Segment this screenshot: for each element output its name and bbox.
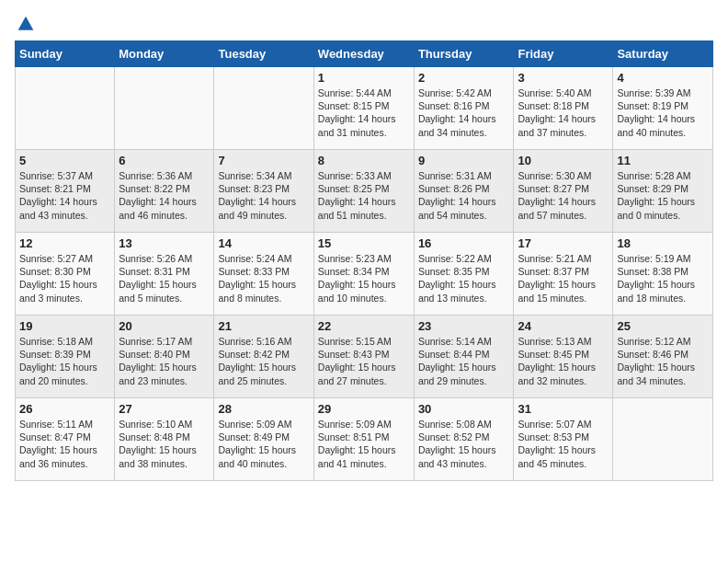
day-number: 8: [318, 154, 410, 167]
day-info: Sunrise: 5:21 AM Sunset: 8:37 PM Dayligh…: [518, 252, 609, 304]
calendar-cell: 13Sunrise: 5:26 AM Sunset: 8:31 PM Dayli…: [115, 233, 214, 316]
day-info: Sunrise: 5:13 AM Sunset: 8:45 PM Dayligh…: [518, 335, 609, 387]
calendar-cell: 9Sunrise: 5:31 AM Sunset: 8:26 PM Daylig…: [414, 150, 514, 233]
day-info: Sunrise: 5:22 AM Sunset: 8:35 PM Dayligh…: [418, 252, 510, 304]
day-number: 20: [119, 319, 210, 333]
day-info: Sunrise: 5:12 AM Sunset: 8:46 PM Dayligh…: [617, 335, 709, 387]
day-info: Sunrise: 5:17 AM Sunset: 8:40 PM Dayligh…: [119, 335, 210, 387]
calendar-cell: 6Sunrise: 5:36 AM Sunset: 8:22 PM Daylig…: [115, 150, 214, 233]
day-info: Sunrise: 5:07 AM Sunset: 8:53 PM Dayligh…: [518, 418, 609, 470]
calendar-cell: [115, 67, 214, 150]
calendar-cell: 25Sunrise: 5:12 AM Sunset: 8:46 PM Dayli…: [613, 316, 713, 398]
calendar: SundayMondayTuesdayWednesdayThursdayFrid…: [15, 40, 713, 481]
day-info: Sunrise: 5:33 AM Sunset: 8:25 PM Dayligh…: [318, 169, 410, 222]
day-info: Sunrise: 5:36 AM Sunset: 8:22 PM Dayligh…: [119, 169, 210, 222]
day-info: Sunrise: 5:09 AM Sunset: 8:49 PM Dayligh…: [218, 418, 309, 470]
calendar-cell: 11Sunrise: 5:28 AM Sunset: 8:29 PM Dayli…: [613, 150, 713, 233]
day-info: Sunrise: 5:42 AM Sunset: 8:16 PM Dayligh…: [418, 86, 510, 139]
day-info: Sunrise: 5:40 AM Sunset: 8:18 PM Dayligh…: [518, 86, 609, 139]
day-number: 24: [518, 319, 609, 333]
day-info: Sunrise: 5:23 AM Sunset: 8:34 PM Dayligh…: [318, 252, 410, 304]
calendar-cell: 8Sunrise: 5:33 AM Sunset: 8:25 PM Daylig…: [313, 150, 414, 233]
day-number: 31: [518, 402, 609, 416]
calendar-cell: 21Sunrise: 5:16 AM Sunset: 8:42 PM Dayli…: [214, 316, 313, 398]
day-number: 19: [19, 319, 110, 333]
day-info: Sunrise: 5:37 AM Sunset: 8:21 PM Dayligh…: [19, 169, 110, 222]
day-number: 3: [518, 71, 609, 85]
day-info: Sunrise: 5:10 AM Sunset: 8:48 PM Dayligh…: [119, 418, 210, 470]
day-number: 16: [418, 236, 510, 250]
calendar-cell: 2Sunrise: 5:42 AM Sunset: 8:16 PM Daylig…: [414, 67, 514, 150]
day-number: 29: [318, 402, 410, 416]
calendar-cell: 22Sunrise: 5:15 AM Sunset: 8:43 PM Dayli…: [313, 316, 414, 398]
calendar-cell: 1Sunrise: 5:44 AM Sunset: 8:15 PM Daylig…: [313, 67, 414, 150]
day-info: Sunrise: 5:18 AM Sunset: 8:39 PM Dayligh…: [19, 335, 110, 387]
calendar-cell: [16, 67, 115, 150]
day-info: Sunrise: 5:44 AM Sunset: 8:15 PM Dayligh…: [318, 86, 410, 139]
day-info: Sunrise: 5:08 AM Sunset: 8:52 PM Dayligh…: [418, 418, 510, 470]
day-number: 23: [418, 319, 510, 333]
calendar-cell: 30Sunrise: 5:08 AM Sunset: 8:52 PM Dayli…: [414, 398, 514, 481]
day-number: 10: [518, 154, 609, 167]
day-info: Sunrise: 5:30 AM Sunset: 8:27 PM Dayligh…: [518, 169, 609, 222]
weekday-header-row: SundayMondayTuesdayWednesdayThursdayFrid…: [16, 41, 713, 67]
calendar-cell: 7Sunrise: 5:34 AM Sunset: 8:23 PM Daylig…: [214, 150, 313, 233]
calendar-cell: 5Sunrise: 5:37 AM Sunset: 8:21 PM Daylig…: [16, 150, 115, 233]
day-info: Sunrise: 5:26 AM Sunset: 8:31 PM Dayligh…: [119, 252, 210, 304]
day-number: 21: [218, 319, 309, 333]
weekday-friday: Friday: [514, 41, 613, 67]
calendar-cell: 29Sunrise: 5:09 AM Sunset: 8:51 PM Dayli…: [313, 398, 414, 481]
calendar-cell: 20Sunrise: 5:17 AM Sunset: 8:40 PM Dayli…: [115, 316, 214, 398]
day-number: 22: [318, 319, 410, 333]
day-number: 11: [617, 154, 709, 167]
day-number: 7: [218, 154, 309, 167]
day-info: Sunrise: 5:39 AM Sunset: 8:19 PM Dayligh…: [617, 86, 709, 139]
weekday-sunday: Sunday: [16, 41, 115, 67]
calendar-cell: 15Sunrise: 5:23 AM Sunset: 8:34 PM Dayli…: [313, 233, 414, 316]
day-number: 18: [617, 236, 709, 250]
weekday-thursday: Thursday: [414, 41, 514, 67]
logo-icon: [17, 15, 35, 33]
calendar-cell: 17Sunrise: 5:21 AM Sunset: 8:37 PM Dayli…: [514, 233, 613, 316]
page-header: [15, 15, 713, 33]
day-number: 25: [617, 319, 709, 333]
week-row-3: 12Sunrise: 5:27 AM Sunset: 8:30 PM Dayli…: [16, 233, 713, 316]
calendar-cell: 3Sunrise: 5:40 AM Sunset: 8:18 PM Daylig…: [514, 67, 613, 150]
day-number: 2: [418, 71, 510, 85]
week-row-4: 19Sunrise: 5:18 AM Sunset: 8:39 PM Dayli…: [16, 316, 713, 398]
day-number: 9: [418, 154, 510, 167]
calendar-cell: 10Sunrise: 5:30 AM Sunset: 8:27 PM Dayli…: [514, 150, 613, 233]
calendar-cell: 18Sunrise: 5:19 AM Sunset: 8:38 PM Dayli…: [613, 233, 713, 316]
svg-marker-0: [18, 17, 34, 30]
day-info: Sunrise: 5:09 AM Sunset: 8:51 PM Dayligh…: [318, 418, 410, 470]
week-row-1: 1Sunrise: 5:44 AM Sunset: 8:15 PM Daylig…: [16, 67, 713, 150]
day-number: 6: [119, 154, 210, 167]
weekday-tuesday: Tuesday: [214, 41, 313, 67]
week-row-2: 5Sunrise: 5:37 AM Sunset: 8:21 PM Daylig…: [16, 150, 713, 233]
calendar-cell: 27Sunrise: 5:10 AM Sunset: 8:48 PM Dayli…: [115, 398, 214, 481]
day-info: Sunrise: 5:16 AM Sunset: 8:42 PM Dayligh…: [218, 335, 309, 387]
day-number: 1: [318, 71, 410, 85]
day-number: 17: [518, 236, 609, 250]
calendar-cell: 19Sunrise: 5:18 AM Sunset: 8:39 PM Dayli…: [16, 316, 115, 398]
calendar-cell: 24Sunrise: 5:13 AM Sunset: 8:45 PM Dayli…: [514, 316, 613, 398]
day-info: Sunrise: 5:14 AM Sunset: 8:44 PM Dayligh…: [418, 335, 510, 387]
calendar-cell: [214, 67, 313, 150]
calendar-cell: 12Sunrise: 5:27 AM Sunset: 8:30 PM Dayli…: [16, 233, 115, 316]
day-number: 5: [19, 154, 110, 167]
calendar-body: 1Sunrise: 5:44 AM Sunset: 8:15 PM Daylig…: [16, 67, 713, 481]
day-info: Sunrise: 5:27 AM Sunset: 8:30 PM Dayligh…: [19, 252, 110, 304]
week-row-5: 26Sunrise: 5:11 AM Sunset: 8:47 PM Dayli…: [16, 398, 713, 481]
calendar-cell: 26Sunrise: 5:11 AM Sunset: 8:47 PM Dayli…: [16, 398, 115, 481]
day-info: Sunrise: 5:19 AM Sunset: 8:38 PM Dayligh…: [617, 252, 709, 304]
day-number: 28: [218, 402, 309, 416]
day-number: 15: [318, 236, 410, 250]
weekday-monday: Monday: [115, 41, 214, 67]
calendar-cell: 4Sunrise: 5:39 AM Sunset: 8:19 PM Daylig…: [613, 67, 713, 150]
calendar-header: SundayMondayTuesdayWednesdayThursdayFrid…: [16, 41, 713, 67]
calendar-cell: 28Sunrise: 5:09 AM Sunset: 8:49 PM Dayli…: [214, 398, 313, 481]
day-number: 26: [19, 402, 110, 416]
day-number: 14: [218, 236, 309, 250]
logo: [15, 15, 35, 33]
weekday-saturday: Saturday: [613, 41, 713, 67]
